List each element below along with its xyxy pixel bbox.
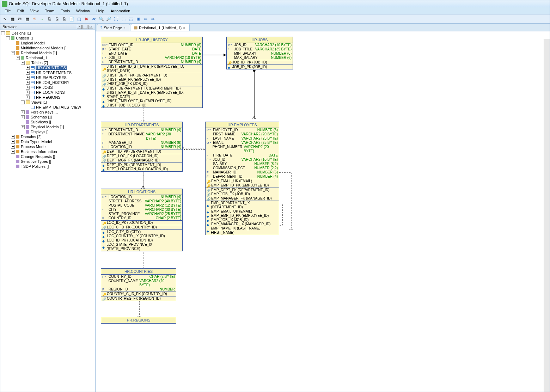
tree-bi[interactable]: Business Information bbox=[20, 149, 57, 154]
tree-schemas[interactable]: Schemas [1] bbox=[30, 115, 53, 119]
tree-toggle[interactable]: + bbox=[21, 110, 25, 114]
back-icon[interactable]: ≪ bbox=[91, 16, 97, 22]
tree-toggle[interactable]: + bbox=[11, 150, 15, 154]
tree-t1[interactable]: HR.COUNTRIES bbox=[36, 66, 67, 70]
fit-icon[interactable]: ⛶ bbox=[113, 16, 119, 22]
tab-start-page[interactable]: ? Start Page × bbox=[97, 24, 130, 31]
misc1-icon[interactable]: ⬚ bbox=[120, 16, 127, 22]
tree-phys[interactable]: Physical Models [1] bbox=[30, 125, 65, 129]
menu-edit[interactable]: Edit bbox=[14, 8, 27, 14]
menu-window[interactable]: Window bbox=[73, 8, 93, 14]
tree-t2[interactable]: HR.DEPARTMENTS bbox=[36, 71, 72, 75]
delete-icon[interactable]: ✖ bbox=[83, 16, 90, 22]
tree-toggle[interactable]: + bbox=[26, 71, 30, 75]
entity-countries[interactable]: HR.COUNTRIES P *COUNTRY_IDCHAR (2 BYTE)C… bbox=[101, 268, 176, 301]
play-icon[interactable]: → bbox=[39, 16, 45, 22]
tree-toggle[interactable]: − bbox=[16, 56, 20, 60]
envelope-icon[interactable]: ✉ bbox=[17, 16, 23, 22]
entity-locations[interactable]: HR.LOCATIONS P *LOCATION_IDNUMBER (4)STR… bbox=[101, 189, 183, 251]
layers-icon[interactable]: ▤ bbox=[24, 16, 30, 22]
tree-toggle bbox=[11, 41, 15, 45]
tree-toggle[interactable]: − bbox=[11, 51, 15, 55]
copy1-icon[interactable]: ⎘ bbox=[46, 16, 53, 22]
entity-departments[interactable]: HR.DEPARTMENTS P *DEPARTMENT_IDNUMBER (4… bbox=[101, 122, 183, 172]
tree-rel1[interactable]: Relational_1 bbox=[25, 56, 48, 60]
table-column: *CITYVARCHAR2 (30 BYTE) bbox=[101, 208, 182, 212]
entity-job-history[interactable]: HR.JOB_HISTORY PF*EMPLOYEE_IDNUMBER (6)P… bbox=[101, 37, 203, 108]
copy3-icon[interactable]: ⎘ bbox=[61, 16, 67, 22]
next-icon[interactable]: ⇨ bbox=[150, 16, 156, 22]
entity-ix: ◆LOC_CITY_IX (CITY)◆LOC_COUNTRY_IX (COUN… bbox=[101, 230, 182, 251]
tree-t4[interactable]: HR.JOB_HISTORY bbox=[36, 80, 70, 85]
tree-toggle[interactable]: + bbox=[26, 76, 30, 80]
tree-views[interactable]: Views [1] bbox=[31, 100, 47, 104]
tree-subviews[interactable]: SubViews [] bbox=[30, 120, 51, 124]
tree-displays[interactable]: Displays [] bbox=[30, 130, 49, 134]
tree-cr[interactable]: Change Requests [] bbox=[20, 154, 55, 159]
tree-pm[interactable]: Process Model bbox=[20, 145, 47, 149]
prev-icon[interactable]: ⇦ bbox=[142, 16, 149, 22]
close-icon[interactable]: × bbox=[183, 26, 187, 30]
zoom-out-icon[interactable]: 🔎 bbox=[105, 16, 112, 22]
misc2-icon[interactable]: ⬚ bbox=[128, 16, 134, 22]
grid-icon[interactable]: ▦ bbox=[9, 16, 16, 22]
tree-st[interactable]: Sensitive Types [] bbox=[20, 159, 51, 164]
entity-regions[interactable]: HR.REGIONS bbox=[101, 317, 176, 324]
menu-view[interactable]: View bbox=[28, 8, 42, 14]
tab-row: ? Start Page × ▦ Relational_1 (Untitled_… bbox=[96, 24, 550, 31]
screen-icon[interactable]: ▣ bbox=[135, 16, 141, 22]
tree-toggle[interactable]: − bbox=[21, 61, 25, 65]
tree-fkeys[interactable]: Foreign Keys ... bbox=[30, 110, 58, 114]
tree-t7[interactable]: HR.REGIONS bbox=[36, 95, 61, 99]
diagram-canvas[interactable]: HR.JOB_HISTORY PF*EMPLOYEE_IDNUMBER (6)P… bbox=[96, 31, 550, 392]
entity-jobs[interactable]: HR.JOBS P *JOB_IDVARCHAR2 (10 BYTE) *JOB… bbox=[226, 37, 293, 69]
entity-employees[interactable]: HR.EMPLOYEES P *EMPLOYEE_IDNUMBER (6)FIR… bbox=[205, 122, 279, 235]
tree-toggle[interactable]: − bbox=[21, 100, 25, 104]
panel-minimize-icon[interactable]: × bbox=[77, 25, 82, 29]
new-icon[interactable]: 📄 bbox=[68, 16, 75, 22]
cube-icon bbox=[16, 51, 19, 55]
tree-toggle[interactable]: + bbox=[21, 115, 25, 119]
tree-toggle[interactable]: + bbox=[11, 145, 15, 149]
tree-tsdp[interactable]: TSDP Policies [] bbox=[20, 164, 49, 169]
tree-toggle[interactable]: + bbox=[26, 81, 30, 85]
menu-tools[interactable]: Tools bbox=[58, 8, 73, 14]
tree-dtm[interactable]: Data Types Model bbox=[20, 140, 52, 144]
tree-toggle[interactable]: + bbox=[26, 86, 30, 90]
tree-designs[interactable]: Designs [1] bbox=[11, 31, 31, 35]
tree-toggle[interactable]: + bbox=[21, 125, 25, 129]
tree-untitled[interactable]: Untitled_1 bbox=[16, 36, 34, 40]
tree-multi[interactable]: Multidimensional Models [] bbox=[20, 46, 67, 50]
tree-relmodels[interactable]: Relational Models [1] bbox=[20, 51, 57, 55]
tree-logical[interactable]: Logical Model bbox=[20, 41, 45, 45]
menu-help[interactable]: Help bbox=[93, 8, 107, 14]
tree-toggle[interactable]: + bbox=[26, 91, 30, 94]
tree-toggle[interactable]: + bbox=[11, 140, 15, 144]
panel-minimize2-icon[interactable]: _ bbox=[82, 25, 87, 29]
tree-t5[interactable]: HR.JOBS bbox=[36, 85, 53, 90]
vertical-scrollbar[interactable] bbox=[544, 39, 550, 392]
zoom-in-icon[interactable]: 🔍 bbox=[98, 16, 104, 22]
copy2-icon[interactable]: ⎘ bbox=[54, 16, 60, 22]
tree-v1[interactable]: HR.EMP_DETAILS_VIEW bbox=[36, 105, 81, 109]
tree-toggle[interactable]: − bbox=[1, 31, 5, 35]
tree-tables[interactable]: Tables [7] bbox=[31, 61, 48, 65]
tree-toggle[interactable]: + bbox=[26, 66, 30, 70]
browser-tree[interactable]: −Designs [1] −Untitled_1 Logical Model M… bbox=[0, 30, 95, 392]
menu-file[interactable]: File bbox=[2, 8, 14, 14]
tree-toggle[interactable]: − bbox=[6, 36, 10, 40]
menu-team[interactable]: Team bbox=[42, 8, 57, 14]
table-column: FDEPARTMENT_IDNUMBER (4) bbox=[101, 60, 202, 64]
tree-toggle[interactable]: + bbox=[11, 135, 15, 139]
tab-relational[interactable]: ▦ Relational_1 (Untitled_1) × bbox=[131, 24, 190, 31]
tree-toggle[interactable]: + bbox=[26, 96, 30, 99]
cursor-icon[interactable]: ↖ bbox=[2, 16, 8, 22]
box-icon[interactable]: ▢ bbox=[76, 16, 82, 22]
refresh-icon[interactable]: ⟲ bbox=[31, 16, 38, 22]
tree-t6[interactable]: HR.LOCATIONS bbox=[36, 90, 65, 94]
panel-maximize-icon[interactable]: □ bbox=[88, 25, 93, 29]
close-icon[interactable]: × bbox=[123, 26, 127, 30]
tree-t3[interactable]: HR.EMPLOYEES bbox=[36, 75, 67, 80]
tree-domains[interactable]: Domains [2] bbox=[20, 135, 42, 139]
menu-automation[interactable]: Automation bbox=[108, 8, 133, 14]
